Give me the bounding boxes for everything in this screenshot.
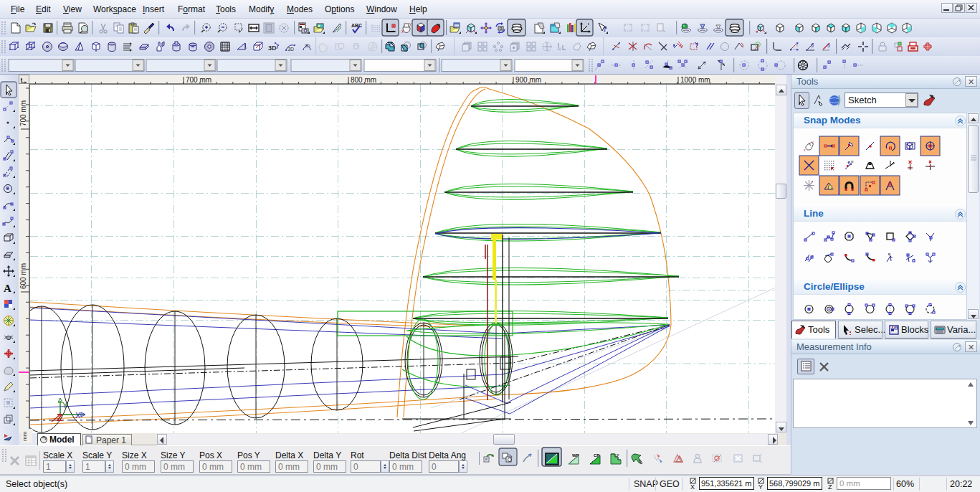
svg-text:A: A [4,283,11,294]
svg-text:1000 mm: 1000 mm [680,76,710,84]
svg-text:Y: Y [812,141,814,145]
svg-text:5: 5 [827,43,830,48]
svg-text:?: ? [603,24,607,33]
svg-text:3D: 3D [305,44,310,48]
svg-text:600 mm: 600 mm [19,263,27,289]
svg-text:WP: WP [572,453,579,458]
svg-text:CP: CP [594,453,599,458]
svg-text:3D: 3D [287,47,294,52]
svg-text:Z: Z [828,483,832,490]
svg-text:F: F [617,453,619,458]
svg-text:Y: Y [62,401,68,410]
svg-text:x: x [804,148,806,152]
svg-text:ABC: ABC [351,23,362,28]
svg-text:Y: Y [758,483,763,490]
svg-text:3D: 3D [268,44,277,52]
svg-text:800 mm: 800 mm [351,76,376,84]
svg-text:Z: Z [57,412,63,423]
svg-text:X: X [690,483,695,490]
svg-text:700 mm: 700 mm [19,100,27,126]
svg-text:700 mm: 700 mm [186,76,211,84]
svg-text:X: X [75,411,81,420]
svg-text:900 mm: 900 mm [515,76,541,84]
